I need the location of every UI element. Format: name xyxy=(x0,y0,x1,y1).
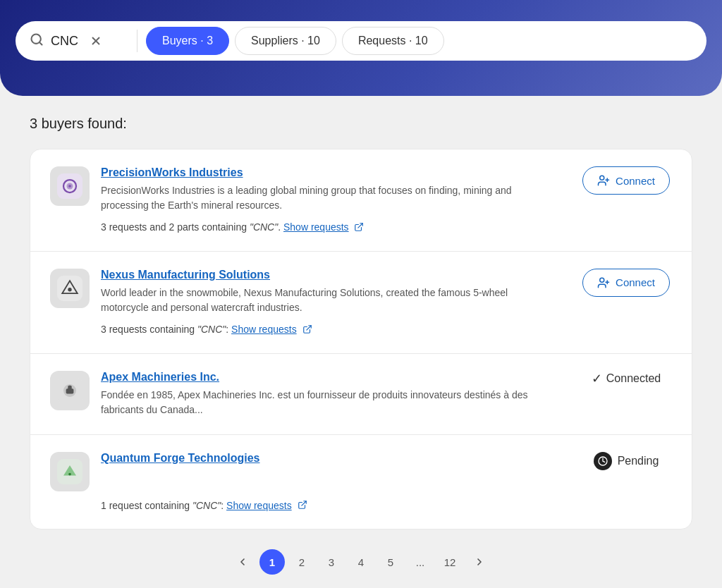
show-requests-link[interactable]: Show requests xyxy=(226,500,292,511)
connect-button[interactable]: Connect xyxy=(582,166,670,195)
svg-line-11 xyxy=(358,223,362,228)
connect-button[interactable]: Connect xyxy=(582,269,670,297)
svg-rect-22 xyxy=(68,385,71,389)
buyer-main-row: Apex Machineries Inc. Fondée en 1985, Ap… xyxy=(50,371,672,417)
clear-search-button[interactable] xyxy=(85,33,106,49)
buyer-row: PrecisionWorks Industries PrecisionWorks… xyxy=(30,149,692,252)
svg-point-25 xyxy=(68,472,71,475)
connect-label: Connect xyxy=(616,276,655,288)
external-link-icon xyxy=(302,324,312,336)
search-icon xyxy=(30,32,44,49)
page-5-button[interactable]: 5 xyxy=(378,549,403,575)
search-divider xyxy=(137,30,137,52)
buyer-info: Apex Machineries Inc. Fondée en 1985, Ap… xyxy=(101,371,558,417)
buyer-main-row: Nexus Manufacturing Solutions World lead… xyxy=(50,269,672,315)
checkmark-icon: ✓ xyxy=(592,371,602,386)
tab-group: Buyers · 3 Suppliers · 10 Requests · 10 xyxy=(146,27,698,55)
external-link-icon xyxy=(354,222,364,234)
tab-requests[interactable]: Requests · 10 xyxy=(342,27,444,55)
buyer-row: Nexus Manufacturing Solutions World lead… xyxy=(30,252,692,354)
meta-suffix: : xyxy=(221,500,226,511)
connected-label: Connected xyxy=(606,372,661,385)
buyer-name-link[interactable]: PrecisionWorks Industries xyxy=(101,166,243,179)
meta-suffix: : xyxy=(226,324,231,335)
page-3-button[interactable]: 3 xyxy=(319,549,344,575)
pending-status: Pending xyxy=(594,452,659,470)
buyer-meta: 3 requests containing "CNC": Show reques… xyxy=(50,324,672,336)
page-last-button[interactable]: 12 xyxy=(437,549,463,575)
buyer-name-link[interactable]: Quantum Forge Technologies xyxy=(101,452,260,465)
main-content: 3 buyers found: PrecisionWorks Industrie… xyxy=(16,96,706,588)
buyer-action-area: Pending xyxy=(580,452,672,470)
buyer-action-area: Connect xyxy=(580,166,672,195)
buyer-description: PrecisionWorks Industries is a leading g… xyxy=(101,183,558,213)
buyer-list: PrecisionWorks Industries PrecisionWorks… xyxy=(30,149,692,529)
show-requests-link[interactable]: Show requests xyxy=(283,221,349,233)
svg-point-8 xyxy=(600,176,604,180)
page-ellipsis: ... xyxy=(408,549,433,575)
svg-point-14 xyxy=(68,288,71,291)
svg-point-15 xyxy=(600,278,604,282)
page-2-button[interactable]: 2 xyxy=(289,549,314,575)
search-input-area: CNC xyxy=(30,32,128,49)
buyer-action-area: ✓ Connected xyxy=(580,371,672,386)
show-requests-link[interactable]: Show requests xyxy=(231,324,297,335)
pagination: 1 2 3 4 5 ... 12 xyxy=(30,549,692,588)
buyer-main-row: Quantum Forge Technologies Pending xyxy=(50,452,672,491)
meta-prefix: 1 request containing xyxy=(101,500,192,511)
buyer-row: Apex Machineries Inc. Fondée en 1985, Ap… xyxy=(30,354,692,435)
buyer-logo xyxy=(50,371,90,410)
page-1-button[interactable]: 1 xyxy=(259,549,285,575)
buyer-action-area: Connect xyxy=(580,269,672,297)
meta-keyword: "CNC" xyxy=(250,221,278,233)
buyer-info: PrecisionWorks Industries PrecisionWorks… xyxy=(101,166,558,213)
results-summary: 3 buyers found: xyxy=(30,116,692,132)
connect-label: Connect xyxy=(616,175,655,187)
connected-status: ✓ Connected xyxy=(592,371,661,386)
meta-prefix: 3 requests and 2 parts containing xyxy=(101,221,250,233)
buyer-main-row: PrecisionWorks Industries PrecisionWorks… xyxy=(50,166,672,213)
pending-clock-icon xyxy=(594,452,612,470)
next-page-button[interactable] xyxy=(467,549,492,575)
tab-suppliers[interactable]: Suppliers · 10 xyxy=(235,27,336,55)
header-section: CNC Buyers · 3 Suppliers · 10 Requests ·… xyxy=(0,0,722,96)
buyer-info: Nexus Manufacturing Solutions World lead… xyxy=(101,269,558,315)
buyer-meta: 1 request containing "CNC": Show request… xyxy=(50,500,672,513)
buyer-meta: 3 requests and 2 parts containing "CNC".… xyxy=(50,221,672,234)
meta-prefix: 3 requests containing xyxy=(101,324,197,335)
pending-label: Pending xyxy=(618,455,659,467)
buyer-description: Fondée en 1985, Apex Machineries Inc. es… xyxy=(101,388,558,417)
external-link-icon xyxy=(298,500,307,512)
search-bar: CNC Buyers · 3 Suppliers · 10 Requests ·… xyxy=(16,21,706,61)
buyer-name-link[interactable]: Nexus Manufacturing Solutions xyxy=(101,269,270,281)
buyer-logo xyxy=(50,452,90,491)
svg-line-1 xyxy=(39,42,42,45)
buyer-logo xyxy=(50,166,90,206)
buyer-description: World leader in the snowmobile, Nexus Ma… xyxy=(101,286,558,315)
buyer-info: Quantum Forge Technologies xyxy=(101,452,558,469)
buyer-row: Quantum Forge Technologies Pending xyxy=(30,435,692,529)
svg-line-18 xyxy=(306,325,310,329)
tab-buyers[interactable]: Buyers · 3 xyxy=(146,27,229,55)
svg-point-7 xyxy=(68,185,71,188)
meta-keyword: "CNC" xyxy=(197,324,226,335)
prev-page-button[interactable] xyxy=(230,549,255,575)
meta-keyword: "CNC" xyxy=(192,500,221,511)
buyer-name-link[interactable]: Apex Machineries Inc. xyxy=(101,371,219,384)
buyer-logo xyxy=(50,269,90,308)
search-query-text: CNC xyxy=(51,34,78,49)
page-4-button[interactable]: 4 xyxy=(348,549,374,575)
meta-suffix: . xyxy=(278,221,283,233)
svg-line-27 xyxy=(301,501,305,506)
